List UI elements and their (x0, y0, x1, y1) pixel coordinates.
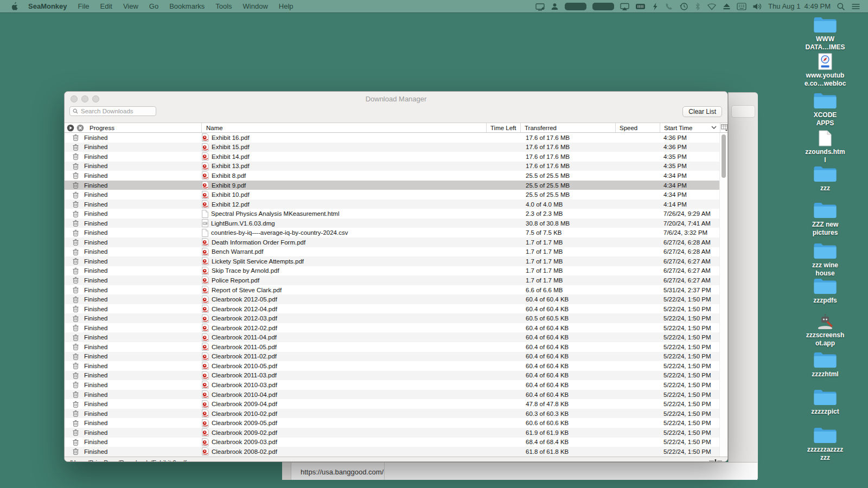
download-row[interactable]: FinishedSpectral Physics Analysis MKeasu… (65, 209, 721, 219)
user-icon[interactable] (551, 2, 559, 11)
trash-icon[interactable] (73, 182, 79, 189)
download-row[interactable]: FinishedExhibit 12.pdf4.0 of 4.0 MB4:14 … (65, 200, 721, 209)
desktop-icon[interactable]: www.youtub e.co…webloc (799, 53, 851, 88)
column-header-speed[interactable]: Speed (615, 123, 660, 132)
desktop-icon[interactable]: zzzscreensh ot.app (799, 312, 851, 348)
desktop-icon[interactable]: zzounds.htm l (799, 129, 851, 164)
download-row[interactable]: FinishedClearbrook 2012-03.pdf60.5 of 60… (65, 313, 721, 323)
airplay-icon[interactable] (620, 2, 629, 11)
desktop-icon[interactable]: zzzzhtml (799, 351, 851, 378)
download-row[interactable]: FinishedClearbrook 2008-02.pdf61.8 of 61… (65, 447, 721, 457)
trash-icon[interactable] (73, 401, 79, 408)
trash-icon[interactable] (73, 315, 79, 322)
resume-download-icon[interactable] (67, 124, 74, 132)
trash-icon[interactable] (73, 201, 79, 208)
download-row[interactable]: FinishedLightBurn.V1.6.03.dmg30.8 of 30.… (65, 219, 721, 228)
trash-icon[interactable] (73, 362, 79, 369)
background-window-url[interactable]: https://usa.banggood.com/… (301, 468, 385, 476)
eject-icon[interactable] (723, 2, 731, 10)
download-row[interactable]: FinishedClearbrook 2009-02.pdf61.9 of 61… (65, 428, 721, 438)
download-row[interactable]: FinishedLickety Split Service Attempts.p… (65, 256, 721, 266)
menu-tools[interactable]: Tools (210, 2, 237, 10)
desktop-icon[interactable]: zzzpdfs (799, 278, 851, 305)
trash-icon[interactable] (73, 334, 79, 341)
trash-icon[interactable] (73, 258, 79, 265)
download-row[interactable]: FinishedBench Warrant.pdf1.7 of 1.7 MB6/… (65, 247, 721, 257)
menu-edit[interactable]: Edit (95, 2, 118, 10)
device-pill-icon[interactable] (565, 3, 586, 10)
input-source-icon[interactable] (737, 2, 746, 11)
menu-seamonkey[interactable]: SeaMonkey (23, 2, 73, 10)
trash-icon[interactable] (73, 153, 79, 160)
download-row[interactable]: FinishedClearbrook 2011-02.pdf60.4 of 60… (65, 352, 721, 362)
resize-grip-icon[interactable] (709, 459, 723, 462)
column-header-name[interactable]: Name (201, 123, 486, 132)
trash-icon[interactable] (73, 448, 79, 455)
trash-icon[interactable] (73, 229, 79, 236)
menu-go[interactable]: Go (144, 2, 164, 10)
menu-file[interactable]: File (73, 2, 95, 10)
download-row[interactable]: FinishedReport of Steve Clark.pdf6.6 of … (65, 285, 721, 295)
device-pill-icon[interactable] (592, 3, 614, 10)
title-bar[interactable]: Download Manager (65, 92, 727, 106)
display-mirror-icon[interactable] (535, 2, 545, 11)
trash-icon[interactable] (73, 391, 79, 398)
download-row[interactable]: FinishedExhibit 15.pdf17.6 of 17.6 MB4:3… (65, 143, 721, 152)
trash-icon[interactable] (73, 343, 79, 350)
desktop-icon[interactable]: zzz (799, 165, 851, 192)
download-row[interactable]: FinishedExhibit 13.pdf17.6 of 17.6 MB4:3… (65, 162, 721, 171)
menu-bookmarks[interactable]: Bookmarks (164, 2, 210, 10)
download-row[interactable]: FinishedDeath Information Order Form.pdf… (65, 237, 721, 247)
desktop-icon[interactable]: zzzzzpict (799, 389, 851, 416)
download-row[interactable]: FinishedClearbrook 2009-05.pdf60.6 of 60… (65, 418, 721, 428)
trash-icon[interactable] (73, 191, 79, 198)
download-row[interactable]: FinishedClearbrook 2010-04.pdf60.4 of 60… (65, 390, 721, 400)
notification-center-icon[interactable] (851, 3, 860, 10)
download-row[interactable]: FinishedClearbrook 2011-03.pdf60.4 of 60… (65, 371, 721, 381)
download-row[interactable]: FinishedClearbrook 2012-04.pdf60.4 of 60… (65, 304, 721, 314)
trash-icon[interactable] (73, 439, 79, 446)
download-row[interactable]: FinishedExhibit 10.pdf25.5 of 25.5 MB4:3… (65, 190, 721, 200)
trash-icon[interactable] (73, 239, 79, 246)
clear-list-button[interactable]: Clear List (682, 106, 722, 117)
trash-icon[interactable] (73, 210, 79, 217)
trash-icon[interactable] (73, 410, 79, 417)
thunderbolt-icon[interactable] (652, 2, 659, 11)
download-row[interactable]: FinishedPolice Report.pdf1.7 of 1.7 MB6/… (65, 275, 721, 285)
desktop-icon[interactable]: XCODE APPS (799, 92, 851, 127)
download-row[interactable]: FinishedClearbrook 2011-05.pdf60.4 of 60… (65, 342, 721, 352)
background-window-bottom[interactable]: https://usa.banggood.com/… 6/16/24 (282, 462, 757, 480)
download-row[interactable]: FinishedClearbrook 2011-04.pdf60.4 of 60… (65, 332, 721, 342)
menu-window[interactable]: Window (238, 2, 273, 10)
trash-icon[interactable] (73, 420, 79, 427)
trash-icon[interactable] (73, 248, 79, 255)
trash-icon[interactable] (73, 163, 79, 170)
download-row[interactable]: FinishedClearbrook 2012-05.pdf60.4 of 60… (65, 294, 721, 304)
download-row[interactable]: Finishedcountries-by-iq----average-iq-by… (65, 228, 721, 237)
trash-icon[interactable] (73, 220, 79, 227)
download-row[interactable]: FinishedExhibit 8.pdf25.5 of 25.5 MB4:34… (65, 171, 721, 181)
phone-icon[interactable] (665, 2, 673, 11)
scrollbar-thumb[interactable] (722, 134, 726, 178)
trash-icon[interactable] (73, 353, 79, 360)
download-row[interactable]: FinishedClearbrook 2010-05.pdf60.4 of 60… (65, 361, 721, 371)
desktop-icon[interactable]: zzz wine house (799, 242, 851, 278)
download-row[interactable]: FinishedSkip Trace by Arnold.pdf1.7 of 1… (65, 266, 721, 276)
column-header-start-time[interactable]: Start Time (660, 123, 720, 132)
column-header-transferred[interactable]: Transferred (520, 123, 615, 132)
menu-bar-clock[interactable]: Thu Aug 1 4:49 PM (768, 2, 831, 10)
download-row[interactable]: FinishedClearbrook 2009-03.pdf68.4 of 68… (65, 438, 721, 447)
desktop-icon[interactable]: WWW DATA…IMES (799, 16, 851, 52)
apple-menu-icon[interactable] (7, 2, 23, 11)
trash-icon[interactable] (73, 429, 79, 436)
desktop-icon[interactable]: zzzzzzazzzz zzz (799, 427, 851, 462)
spotlight-search-icon[interactable] (837, 2, 845, 11)
time-machine-icon[interactable] (679, 2, 688, 11)
trash-icon[interactable] (73, 172, 79, 179)
menu-help[interactable]: Help (273, 2, 299, 10)
bluetooth-icon[interactable] (694, 2, 701, 11)
trash-icon[interactable] (73, 296, 79, 303)
download-row[interactable]: FinishedClearbrook 2012-02.pdf60.4 of 60… (65, 323, 721, 333)
search-input[interactable] (80, 107, 153, 115)
download-row[interactable]: FinishedExhibit 16.pdf17.6 of 17.6 MB4:3… (65, 133, 721, 143)
